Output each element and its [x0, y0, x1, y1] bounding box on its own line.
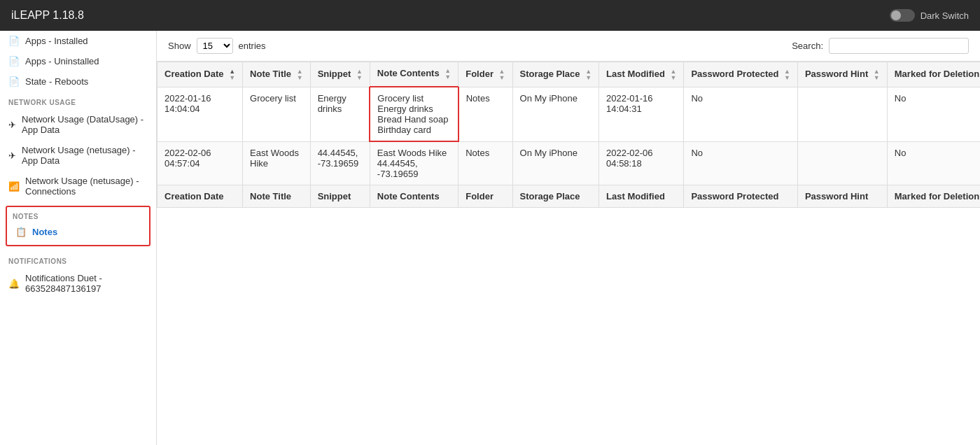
footer-last-modified: Last Modified — [599, 185, 684, 208]
col-header-snippet[interactable]: Snippet ▲▼ — [310, 62, 370, 87]
sidebar-item-network-usage-netusage-app[interactable]: ✈ Network Usage (netusage) - App Data — [0, 140, 156, 171]
col-label: Snippet — [318, 69, 351, 79]
col-header-last-modified[interactable]: Last Modified ▲▼ — [599, 62, 684, 87]
footer-password-hint: Password Hint — [797, 185, 887, 208]
col-label: Note Contents — [377, 68, 440, 78]
footer-note-title: Note Title — [243, 185, 311, 208]
search-area: Search: — [792, 38, 969, 54]
content-area: Show 15 25 50 100 entries Search: — [157, 31, 980, 445]
toggle-thumb — [891, 10, 901, 20]
dark-switch-area: Dark Switch — [890, 9, 969, 22]
main-layout: 📄 Apps - Installed 📄 Apps - Uninstalled … — [0, 31, 980, 445]
col-label: Creation Date — [164, 69, 224, 79]
col-header-storage-place[interactable]: Storage Place ▲▼ — [512, 62, 599, 87]
col-label: Marked for Deletion — [895, 69, 979, 79]
sidebar-item-label: Apps - Uninstalled — [25, 56, 99, 66]
sidebar-item-network-usage-conn[interactable]: 📶 Network Usage (netusage) - Connections — [0, 171, 156, 202]
col-header-password-hint[interactable]: Password Hint ▲▼ — [797, 62, 887, 87]
sidebar-item-label: Network Usage (netusage) - Connections — [25, 176, 148, 197]
col-header-note-title[interactable]: Note Title ▲▼ — [243, 62, 311, 87]
entries-select[interactable]: 15 25 50 100 — [197, 38, 233, 54]
col-header-marked-for-deletion[interactable]: Marked for Deletion ▲▼ — [887, 62, 980, 87]
cell-creation-date: 2022-02-06 04:57:04 — [158, 141, 243, 185]
sidebar-item-label: Notifications Duet - 663528487136197 — [25, 273, 148, 294]
cell-creation-date: 2022-01-16 14:04:04 — [158, 87, 243, 141]
sort-icon[interactable]: ▲▼ — [585, 69, 592, 81]
footer-creation-date: Creation Date — [158, 185, 243, 208]
document-icon: 📄 — [8, 36, 20, 46]
sidebar-item-state-reboots[interactable]: 📄 State - Reboots — [0, 71, 156, 92]
chart-icon: 📶 — [8, 181, 20, 192]
cell-snippet: 44.44545, -73.19659 — [310, 141, 370, 185]
app-title: iLEAPP 1.18.8 — [11, 9, 84, 22]
footer-password-protected: Password Protected — [684, 185, 798, 208]
col-label: Note Title — [250, 69, 291, 79]
show-label: Show — [168, 41, 191, 51]
footer-storage-place: Storage Place — [512, 185, 599, 208]
cell-note-title: East Woods Hike — [243, 141, 311, 185]
network-usage-section-label: NETWORK USAGE — [0, 92, 156, 109]
sidebar-item-network-usage-app[interactable]: ✈ Network Usage (DataUsage) - App Data — [0, 109, 156, 140]
table-header-row: Creation Date ▲ ▼ Note Title ▲▼ — [158, 62, 981, 87]
sidebar-item-notifications-duet[interactable]: 🔔 Notifications Duet - 663528487136197 — [0, 268, 156, 299]
sidebar-item-apps-uninstalled[interactable]: 📄 Apps - Uninstalled — [0, 51, 156, 71]
cell-password-protected: No — [684, 141, 798, 185]
dark-switch-label: Dark Switch — [920, 10, 969, 21]
sidebar-item-notes[interactable]: 📋 Notes — [7, 222, 149, 242]
cell-note-contents: East Woods Hike 44.44545, -73.19659 — [370, 141, 458, 185]
sort-icon[interactable]: ▲▼ — [874, 69, 880, 81]
sort-icon[interactable]: ▲▼ — [670, 69, 676, 81]
sidebar-item-label: State - Reboots — [25, 76, 88, 87]
sort-icon[interactable]: ▲▼ — [784, 69, 790, 81]
col-header-password-protected[interactable]: Password Protected ▲▼ — [684, 62, 798, 87]
document-icon: 📄 — [8, 76, 20, 87]
cell-note-title: Grocery list — [243, 87, 311, 141]
table-row: 2022-01-16 14:04:04 Grocery list Energy … — [158, 87, 981, 141]
sidebar-item-label: Apps - Installed — [25, 36, 88, 46]
search-input[interactable] — [829, 38, 969, 54]
cell-marked-for-deletion: No — [887, 141, 980, 185]
cell-last-modified: 2022-01-16 14:04:31 — [599, 87, 684, 141]
notes-icon: 📋 — [15, 227, 27, 237]
entries-label: entries — [239, 41, 266, 51]
cell-storage-place: On My iPhone — [512, 87, 599, 141]
data-table: Creation Date ▲ ▼ Note Title ▲▼ — [157, 62, 980, 208]
controls-row: Show 15 25 50 100 entries Search: — [157, 31, 980, 62]
dark-mode-toggle[interactable] — [890, 9, 915, 22]
notifications-section-label: NOTIFICATIONS — [0, 250, 156, 268]
cell-snippet: Energy drinks — [310, 87, 370, 141]
col-header-folder[interactable]: Folder ▲▼ — [458, 62, 512, 87]
cell-password-hint — [797, 141, 887, 185]
sidebar-item-label: Notes — [32, 227, 57, 237]
sort-icon[interactable]: ▲▼ — [499, 69, 505, 81]
footer-note-contents: Note Contents — [370, 185, 458, 208]
cell-folder: Notes — [458, 87, 512, 141]
sidebar-item-apps-installed[interactable]: 📄 Apps - Installed — [0, 31, 156, 51]
cell-password-protected: No — [684, 87, 798, 141]
data-table-wrapper: Creation Date ▲ ▼ Note Title ▲▼ — [157, 62, 980, 445]
cell-marked-for-deletion: No — [887, 87, 980, 141]
footer-snippet: Snippet — [310, 185, 370, 208]
app-header: iLEAPP 1.18.8 Dark Switch — [0, 0, 980, 31]
col-label: Password Hint — [805, 69, 868, 79]
cell-note-contents-highlighted: Grocery list Energy drinks Bread Hand so… — [370, 87, 458, 141]
notes-section-label: NOTES — [7, 210, 149, 222]
col-header-note-contents[interactable]: Note Contents ▲▼ — [370, 62, 458, 87]
col-header-creation-date[interactable]: Creation Date ▲ ▼ — [158, 62, 243, 87]
cell-folder: Notes — [458, 141, 512, 185]
table-footer-row: Creation Date Note Title Snippet Note Co… — [158, 185, 981, 208]
sort-icon[interactable]: ▲ ▼ — [229, 69, 235, 81]
notes-section-highlighted: NOTES 📋 Notes — [6, 206, 150, 246]
col-label: Last Modified — [606, 69, 665, 79]
cell-last-modified: 2022-02-06 04:58:18 — [599, 141, 684, 185]
sidebar-item-label: Network Usage (netusage) - App Data — [22, 145, 148, 166]
col-label: Folder — [465, 69, 493, 79]
bell-icon: 🔔 — [8, 278, 20, 289]
sort-icon[interactable]: ▲▼ — [297, 69, 303, 81]
show-entries-area: Show 15 25 50 100 entries — [168, 38, 266, 54]
plane-icon: ✈ — [8, 150, 16, 161]
sort-icon[interactable]: ▲▼ — [356, 69, 363, 81]
sidebar: 📄 Apps - Installed 📄 Apps - Uninstalled … — [0, 31, 157, 445]
sort-icon[interactable]: ▲▼ — [444, 68, 451, 80]
plane-icon: ✈ — [8, 120, 16, 130]
